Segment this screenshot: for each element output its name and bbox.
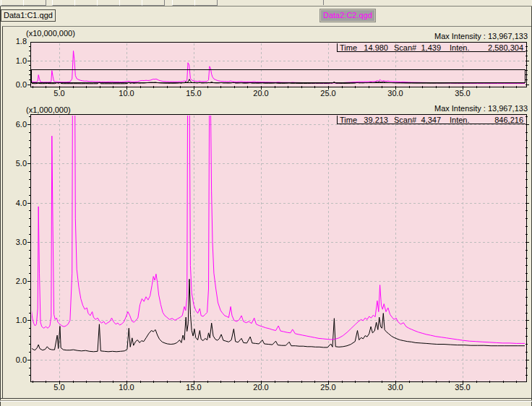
detail-x-tick-label: 15.0 <box>183 383 205 392</box>
toolbar-button[interactable] <box>119 0 142 6</box>
toolbar-strip <box>0 0 532 6</box>
detail-scale-label: (x1,000,000) <box>26 105 71 114</box>
toolbar-button[interactable] <box>172 0 195 6</box>
overview-x-tick-label: 35.0 <box>452 89 473 98</box>
overview-max-intensity: Max Intensity : 13,967,133 <box>361 32 528 40</box>
toolbar-button[interactable] <box>52 0 75 6</box>
detail-x-tick-label: 35.0 <box>452 383 473 392</box>
detail-y-tick-label: 2.0 <box>5 277 27 285</box>
toolbar-button[interactable] <box>97 0 120 6</box>
detail-cursor-scan-value: 4,347 <box>412 116 441 124</box>
detail-cursor-time-value: 39.213 <box>358 116 388 124</box>
detail-y-tick-label: 0.0 <box>5 355 27 364</box>
toolbar-separator <box>323 0 324 5</box>
overview-x-tick-label: 30.0 <box>385 89 406 98</box>
overview-x-tick-label: 25.0 <box>317 89 339 98</box>
overview-cursor-scan-value: 1,439 <box>412 43 441 52</box>
toolbar-button[interactable] <box>1 0 24 6</box>
overview-y-tick-label: 1.0 <box>5 56 27 65</box>
toolbar-button[interactable] <box>142 0 165 6</box>
toolbar-divider <box>0 6 532 7</box>
detail-x-tick-label: 25.0 <box>317 383 339 392</box>
toolbar-button[interactable] <box>23 0 46 6</box>
detail-x-tick-label: 30.0 <box>385 383 406 392</box>
detail-y-tick-label: 6.0 <box>5 120 27 129</box>
detail-y-tick-label: 1.0 <box>5 316 27 324</box>
overview-y-tick-label: 1.8 <box>5 37 27 46</box>
overview-x-tick-label: 5.0 <box>48 89 70 98</box>
detail-max-intensity: Max Intensity : 13,967,133 <box>361 104 528 113</box>
detail-x-tick-label: 20.0 <box>250 383 272 392</box>
detail-plot-area[interactable] <box>30 114 527 382</box>
gcms-chromatogram-window: Data1:C1.qgd Data2:C2.qgd (x10,000,000) … <box>0 0 532 406</box>
detail-cursor-inten-value: 846,216 <box>470 116 523 124</box>
overview-cursor-inten-value: 2,580,304 <box>470 43 523 52</box>
window-left-border <box>0 7 1 406</box>
tab-data1-file[interactable]: Data1:C1.qgd <box>1 9 56 22</box>
detail-x-tick-label: 5.0 <box>48 383 70 392</box>
detail-y-tick-label: 3.0 <box>5 238 27 246</box>
tab-data2-file-active[interactable]: Data2:C2.qgd <box>320 9 375 22</box>
detail-y-tick-label: 4.0 <box>5 199 27 207</box>
overview-x-tick-label: 10.0 <box>116 89 137 98</box>
overview-x-tick-label: 15.0 <box>183 89 205 98</box>
detail-cursor-inten-label: Inten. <box>450 116 470 124</box>
toolbar-button[interactable] <box>74 0 98 6</box>
toolbar-button[interactable] <box>194 0 218 6</box>
detail-y-tick-label: 5.0 <box>5 159 27 168</box>
pane-bottom-border <box>0 398 532 399</box>
detail-cursor-time-label: Time <box>340 116 357 124</box>
detail-x-tick-label: 10.0 <box>116 383 137 392</box>
overview-cursor-time-label: Time <box>340 43 357 52</box>
overview-cursor-time-value: 14.980 <box>358 43 388 52</box>
overview-x-tick-label: 20.0 <box>250 89 272 98</box>
next-pane-top-highlight <box>0 401 532 402</box>
overview-scale-label: (x10,000,000) <box>26 29 75 38</box>
overview-cursor-inten-label: Inten. <box>450 43 470 52</box>
overview-y-tick-label: 0.0 <box>5 80 27 89</box>
